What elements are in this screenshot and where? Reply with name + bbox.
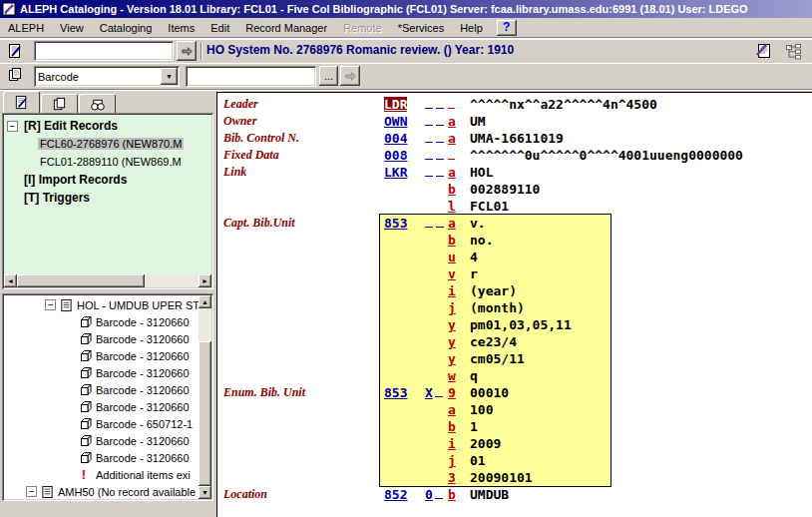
field-indicators[interactable]	[425, 131, 449, 146]
subfield-code[interactable]: a	[448, 402, 466, 417]
chevron-down-icon[interactable]: ▼	[161, 68, 178, 85]
subfield-value[interactable]: HOL	[470, 165, 810, 180]
subfield-value[interactable]: 2009	[470, 436, 810, 451]
field-tag[interactable]: OWN	[384, 114, 424, 129]
subfield-code[interactable]: l	[448, 199, 466, 214]
subfield-value[interactable]: (month)	[470, 300, 810, 315]
marc-field-row[interactable]: Fixed Data 008 ^^^^^^^0u^^^^^0^^^^4001uu…	[217, 148, 812, 165]
subfield-code[interactable]: j	[448, 453, 466, 468]
scrollbar-thumb[interactable]	[199, 341, 211, 486]
marc-field-row[interactable]: w q	[217, 368, 812, 385]
subfield-code[interactable]: a	[448, 165, 466, 180]
marc-field-row[interactable]: y ce23/4	[217, 334, 812, 351]
field-tag[interactable]: 853	[384, 216, 424, 231]
tree-item[interactable]: FCL01-2889110 (NEW869.M	[5, 153, 210, 171]
subfield-value[interactable]: UM	[470, 114, 810, 129]
menu-recordmanager[interactable]: Record Manager	[237, 20, 335, 36]
tree-item[interactable]: [T] Triggers	[5, 189, 210, 207]
subfield-value[interactable]: (year)	[470, 283, 810, 298]
subfield-value[interactable]: 20090101	[470, 470, 810, 485]
subfield-value[interactable]: q	[470, 368, 810, 383]
marc-field-row[interactable]: y cm05/11	[217, 351, 812, 368]
subfield-value[interactable]: 1	[470, 419, 810, 434]
field-tag[interactable]: 853	[384, 385, 424, 400]
go-to-record-button[interactable]	[177, 41, 197, 61]
subfield-code[interactable]	[448, 97, 466, 112]
tree-item[interactable]: Barcode - 3120660	[5, 381, 199, 398]
subfield-value[interactable]: FCL01	[470, 199, 810, 214]
tree-item[interactable]: Barcode - 650712-1	[5, 415, 199, 432]
scroll-down-icon[interactable]: ▼	[199, 486, 211, 499]
edit-record-icon-button[interactable]	[3, 41, 27, 61]
subfield-value[interactable]: 100	[470, 402, 810, 417]
marc-field-row[interactable]: v r	[217, 266, 812, 283]
scroll-left-icon[interactable]: ◄	[4, 274, 17, 287]
tree-item[interactable]: ! Additional items exi	[5, 466, 199, 483]
menu-edit[interactable]: Edit	[203, 20, 237, 36]
marc-field-row[interactable]: Leader LDR ^^^^^nx^^a22^^^^^4n^4500	[217, 97, 812, 114]
field-indicators[interactable]	[425, 165, 449, 180]
marc-field-row[interactable]: b 1	[217, 419, 812, 436]
subfield-code[interactable]: i	[448, 283, 466, 298]
scroll-up-icon[interactable]: ▲	[199, 295, 211, 308]
subfield-value[interactable]: 4	[470, 250, 810, 264]
marc-field-row[interactable]: a 100	[217, 402, 812, 419]
field-tag[interactable]: 004	[384, 131, 424, 146]
subfield-value[interactable]: 01	[470, 453, 810, 468]
marc-field-row[interactable]: u 4	[217, 250, 812, 266]
menu-services[interactable]: *Services	[390, 20, 452, 36]
subfield-value[interactable]: no.	[470, 233, 810, 248]
subfield-value[interactable]: r	[470, 266, 810, 281]
subfield-code[interactable]: y	[448, 334, 466, 349]
subfield-value[interactable]: 002889110	[470, 182, 810, 197]
search-value-input[interactable]	[186, 66, 316, 87]
subfield-value[interactable]: ^^^^^^^0u^^^^^0^^^^4001uueng0000000	[470, 148, 810, 163]
field-tag[interactable]: 008	[384, 148, 424, 163]
expand-collapse-icon[interactable]: −	[7, 121, 18, 132]
field-indicators[interactable]	[425, 97, 449, 112]
subfield-value[interactable]: 00010	[470, 385, 810, 400]
subfield-code[interactable]: b	[448, 487, 466, 502]
menu-cataloging[interactable]: Cataloging	[92, 20, 161, 36]
marc-field-row[interactable]: Enum. Bib. Unit 853 X 9 00010	[217, 385, 812, 402]
tree-item[interactable]: Barcode - 3120660	[5, 449, 199, 466]
subfield-code[interactable]: 9	[448, 385, 466, 400]
subfield-value[interactable]: ce23/4	[470, 334, 810, 349]
marc-field-row[interactable]: Link LKR a HOL	[217, 165, 812, 182]
marc-field-row[interactable]: b no.	[217, 233, 812, 250]
field-indicators[interactable]: X	[425, 385, 449, 400]
field-tag[interactable]: LKR	[384, 165, 424, 180]
subfield-value[interactable]: UMA-16611019	[470, 131, 810, 146]
tree-item[interactable]: Barcode - 3120660	[5, 398, 199, 415]
subfield-code[interactable]	[448, 148, 466, 163]
subfield-code[interactable]: b	[448, 233, 466, 248]
tree-item[interactable]: Barcode - 3120660	[5, 364, 199, 381]
tree-item[interactable]: [I] Import Records	[5, 171, 210, 189]
field-tag[interactable]: 852	[384, 487, 424, 502]
subfield-code[interactable]: a	[448, 114, 466, 129]
item-search-icon-button[interactable]	[3, 65, 27, 85]
marc-field-row[interactable]: Bib. Control N. 004 a UMA-16611019	[217, 131, 812, 148]
subfield-value[interactable]: cm05/11	[470, 351, 810, 366]
subfield-code[interactable]: b	[448, 419, 466, 434]
field-indicators[interactable]	[425, 216, 449, 231]
subfield-code[interactable]: i	[448, 436, 466, 451]
menu-view[interactable]: View	[52, 20, 92, 36]
subfield-code[interactable]: a	[448, 216, 466, 231]
marc-field-row[interactable]: Location 852 0 b UMDUB	[217, 487, 812, 504]
marc-field-row[interactable]: l FCL01	[217, 199, 812, 216]
tree-item[interactable]: Barcode - 3120660	[5, 347, 199, 364]
marc-field-row[interactable]: i 2009	[217, 436, 812, 453]
browse-button[interactable]: ...	[319, 66, 338, 86]
expand-collapse-icon[interactable]: −	[45, 299, 56, 310]
subfield-value[interactable]: v.	[470, 216, 810, 231]
subfield-value[interactable]: UMDUB	[470, 487, 810, 502]
field-indicators[interactable]	[425, 114, 449, 129]
subfield-code[interactable]: j	[448, 300, 466, 315]
record-number-input[interactable]	[34, 41, 174, 61]
subfield-code[interactable]: a	[448, 131, 466, 146]
subfield-code[interactable]: w	[448, 368, 466, 383]
marc-field-row[interactable]: y pm01,03,05,11	[217, 317, 812, 334]
expand-collapse-icon[interactable]: −	[26, 486, 37, 497]
marc-field-row[interactable]: b 002889110	[217, 182, 812, 199]
